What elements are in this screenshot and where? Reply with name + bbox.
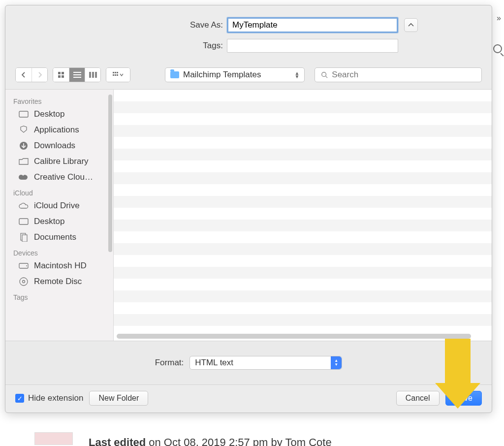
new-folder-button[interactable]: New Folder [89, 391, 148, 406]
sidebar-scrollbar[interactable] [108, 95, 112, 252]
svg-rect-11 [115, 72, 116, 73]
svg-rect-22 [22, 235, 27, 242]
folder-select[interactable]: Mailchimp Templates ▲▼ [165, 67, 305, 82]
sidebar-item-documents[interactable]: Documents [5, 229, 113, 245]
sidebar-item-label: Remote Disc [34, 277, 82, 287]
sidebar-item-label: Creative Clou… [34, 172, 93, 182]
sidebar-item-creative-cloud[interactable]: Creative Clou… [5, 169, 113, 185]
format-value: HTML text [195, 358, 233, 368]
folder-name: Mailchimp Templates [183, 70, 261, 80]
svg-rect-10 [113, 72, 114, 73]
svg-rect-12 [117, 72, 118, 73]
svg-line-17 [326, 76, 328, 78]
list-view-button[interactable] [69, 68, 85, 82]
group-by-segment [106, 67, 130, 82]
svg-rect-0 [58, 72, 61, 74]
svg-rect-6 [73, 77, 81, 78]
horizontal-scrollbar[interactable] [117, 334, 471, 339]
sidebar-item-label: Documents [34, 232, 76, 242]
search-input[interactable] [332, 70, 475, 80]
desktop-icon [18, 217, 29, 226]
sidebar-item-calibre[interactable]: Calibre Library [5, 154, 113, 169]
chevron-right-icon [37, 72, 42, 78]
hide-extension-checkbox[interactable]: ✓ Hide extension [15, 393, 83, 403]
sidebar-item-icloud-drive[interactable]: iCloud Drive [5, 198, 113, 214]
sidebar-item-label: Macintosh HD [34, 261, 87, 271]
file-list[interactable] [114, 90, 492, 341]
svg-rect-1 [62, 72, 64, 74]
view-mode-segment [53, 67, 101, 82]
sidebar-item-desktop[interactable]: Desktop [5, 106, 113, 122]
checkbox-checked-icon: ✓ [15, 394, 24, 403]
sidebar: Favorites Desktop Applications Downloads… [5, 90, 114, 341]
tags-input[interactable] [227, 39, 398, 53]
nav-back-forward [15, 67, 48, 82]
sidebar-item-label: Applications [34, 125, 79, 135]
save-as-label: Save As: [79, 20, 227, 30]
downloads-icon [18, 141, 29, 150]
sidebar-item-label: Desktop [34, 217, 64, 226]
search-icon[interactable] [493, 44, 502, 53]
sidebar-item-applications[interactable]: Applications [5, 122, 113, 138]
svg-rect-2 [58, 75, 61, 78]
sidebar-item-label: Desktop [34, 109, 64, 119]
background-thumbnail [34, 432, 73, 445]
disc-icon [18, 277, 29, 286]
columns-icon [89, 72, 97, 78]
sidebar-section-favorites: Favorites [5, 94, 113, 106]
chevron-up-icon [408, 23, 414, 28]
svg-rect-20 [19, 219, 28, 224]
collapse-button[interactable] [404, 18, 418, 32]
column-view-button[interactable] [85, 68, 100, 82]
bottom-bar: ✓ Hide extension New Folder Cancel Save [5, 384, 492, 413]
svg-rect-9 [95, 72, 97, 78]
save-as-input[interactable] [227, 17, 398, 33]
list-icon [73, 72, 81, 78]
updown-icon: ▲▼ [331, 356, 342, 369]
svg-rect-7 [89, 72, 91, 78]
save-dialog: Save As: Tags: [5, 5, 492, 413]
tags-label: Tags: [79, 41, 227, 51]
sidebar-section-tags: Tags [5, 289, 113, 302]
hide-extension-label: Hide extension [28, 393, 83, 403]
background-last-edited: Last edited on Oct 08, 2019 2:57 pm by T… [89, 436, 332, 446]
creative-cloud-icon [18, 173, 29, 182]
svg-rect-3 [62, 75, 64, 78]
sidebar-section-icloud: iCloud [5, 185, 113, 198]
documents-icon [18, 233, 29, 242]
overflow-indicator: » [497, 14, 501, 23]
format-select[interactable]: HTML text ▲▼ [189, 356, 342, 370]
forward-button[interactable] [32, 68, 47, 82]
back-button[interactable] [16, 68, 32, 82]
desktop-icon [18, 110, 29, 119]
toolbar: Mailchimp Templates ▲▼ [5, 67, 492, 90]
svg-point-25 [20, 278, 28, 286]
group-icon [113, 72, 124, 78]
svg-point-26 [23, 281, 25, 283]
svg-rect-14 [115, 74, 116, 76]
search-box[interactable] [315, 67, 482, 82]
folder-icon [18, 157, 29, 166]
sidebar-item-label: Calibre Library [34, 157, 89, 166]
svg-rect-8 [92, 72, 94, 78]
svg-point-16 [322, 72, 326, 77]
svg-rect-15 [117, 74, 118, 76]
updown-icon: ▲▼ [294, 71, 299, 78]
grid-icon [58, 71, 64, 78]
svg-rect-13 [113, 74, 114, 76]
chevron-left-icon [21, 72, 26, 78]
sidebar-section-devices: Devices [5, 245, 113, 258]
format-bar: Format: HTML text ▲▼ [5, 341, 492, 384]
sidebar-item-downloads[interactable]: Downloads [5, 138, 113, 154]
sidebar-item-macintosh-hd[interactable]: Macintosh HD [5, 258, 113, 274]
cloud-icon [18, 201, 29, 210]
icon-view-button[interactable] [53, 68, 69, 82]
sidebar-item-remote-disc[interactable]: Remote Disc [5, 274, 113, 289]
applications-icon [18, 126, 29, 134]
group-by-button[interactable] [106, 68, 130, 82]
save-button[interactable]: Save [445, 391, 482, 406]
svg-rect-18 [19, 111, 28, 117]
cancel-button[interactable]: Cancel [396, 391, 440, 406]
search-icon [321, 71, 328, 78]
sidebar-item-icloud-desktop[interactable]: Desktop [5, 214, 113, 229]
